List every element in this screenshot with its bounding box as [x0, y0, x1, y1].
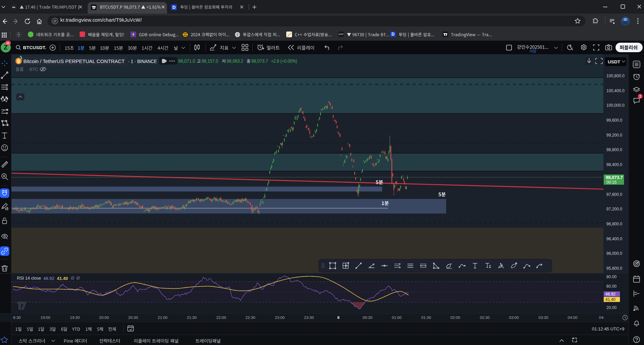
- svg-text:22:00: 22:00: [216, 316, 226, 320]
- svg-text:41.40: 41.40: [605, 297, 616, 302]
- svg-text:20:30: 20:30: [128, 316, 138, 320]
- svg-text:01:12:45 UTC+9: 01:12:45 UTC+9: [592, 326, 624, 331]
- svg-text:46.92: 46.92: [605, 292, 616, 297]
- svg-text:20:00: 20:00: [99, 316, 109, 320]
- svg-text:03:00: 03:00: [509, 316, 519, 320]
- svg-text:8:30: 8:30: [13, 316, 21, 320]
- svg-text:Bitcoin / TetherUS PERPETUAL C: Bitcoin / TetherUS PERPETUAL CONTRACT: [23, 58, 125, 64]
- svg-text:98,800.0: 98,800.0: [606, 147, 622, 152]
- svg-text:00:30: 00:30: [363, 316, 373, 320]
- svg-text:03:30: 03:30: [539, 316, 548, 320]
- svg-text:98,400.0: 98,400.0: [606, 162, 622, 167]
- svg-text:20.00: 20.00: [606, 305, 617, 310]
- svg-text:8: 8: [337, 316, 340, 320]
- svg-text:· BTC: · BTC: [27, 67, 38, 72]
- svg-text:19:30: 19:30: [70, 316, 80, 320]
- svg-text:99,200.0: 99,200.0: [606, 133, 622, 138]
- svg-text:01:30: 01:30: [421, 316, 431, 320]
- svg-text:19:00: 19:00: [41, 316, 50, 320]
- svg-text:100,400.0: 100,400.0: [606, 88, 625, 93]
- svg-text:04:00: 04:00: [568, 316, 578, 320]
- svg-text:46.92: 46.92: [43, 276, 55, 281]
- svg-text:99,600.0: 99,600.0: [606, 118, 622, 123]
- svg-text:00:15: 00:15: [606, 180, 617, 185]
- svg-text:23:00: 23:00: [275, 316, 285, 320]
- svg-text:96,000.0: 96,000.0: [606, 251, 622, 256]
- svg-text:01:00: 01:00: [392, 316, 402, 320]
- svg-text:04:: 04:: [599, 316, 604, 320]
- svg-text:95,600.0: 95,600.0: [606, 266, 622, 271]
- svg-text:60.00: 60.00: [606, 284, 617, 289]
- svg-text:21:30: 21:30: [187, 316, 197, 320]
- svg-text:· 1 · BINANCE: · 1 · BINANCE: [128, 58, 157, 64]
- svg-text:97,200.0: 97,200.0: [606, 207, 622, 211]
- svg-text:96,400.0: 96,400.0: [606, 237, 622, 241]
- svg-text:02:00: 02:00: [451, 316, 460, 320]
- svg-text:02:30: 02:30: [480, 316, 490, 320]
- svg-text:98,073.7: 98,073.7: [606, 175, 623, 180]
- svg-text:+2.8 (+0.00%): +2.8 (+0.00%): [271, 58, 297, 64]
- svg-text:USDT: USDT: [608, 59, 621, 64]
- svg-text:98,073.7: 98,073.7: [251, 58, 268, 64]
- svg-text:21:00: 21:00: [158, 316, 168, 320]
- svg-text:22:30: 22:30: [246, 316, 255, 320]
- svg-text:98,071.0: 98,071.0: [178, 58, 195, 64]
- svg-text:100,000.0: 100,000.0: [606, 103, 625, 108]
- svg-text:RSI 14 close: RSI 14 close: [17, 276, 41, 281]
- svg-text:100,800.0: 100,800.0: [606, 74, 625, 78]
- svg-text:97,600.0: 97,600.0: [606, 192, 622, 197]
- svg-text:98,157.0: 98,157.0: [202, 58, 218, 64]
- svg-text:98,063.2: 98,063.2: [227, 58, 243, 64]
- svg-text:96,800.0: 96,800.0: [606, 222, 622, 226]
- svg-text:41.40: 41.40: [57, 276, 68, 281]
- svg-text:23:30: 23:30: [304, 316, 314, 320]
- svg-text:1: 1: [639, 95, 641, 98]
- svg-text:80.00: 80.00: [606, 275, 617, 279]
